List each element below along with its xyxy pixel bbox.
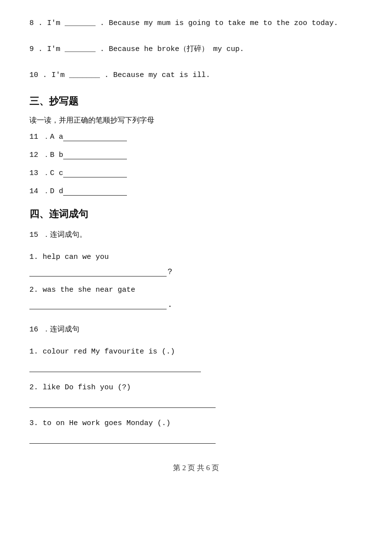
q16-s1-words: 1. colour red My favourite is (.) [29, 345, 363, 358]
copy-item-11: 11 ．A a [29, 132, 363, 141]
copy-13-label: 13 ．C c [29, 169, 63, 177]
copy-12-blank [63, 151, 127, 159]
copy-12-label: 12 ．B b [29, 151, 63, 159]
copy-14-blank [63, 187, 127, 196]
q16-s2-words: 2. like Do fish you (?) [29, 381, 363, 394]
section3-instruction: 读一读，并用正确的笔顺抄写下列字母 [29, 116, 363, 125]
q16-s3-blank [29, 435, 216, 444]
copy-item-13: 13 ．C c [29, 168, 363, 177]
copy-item-12: 12 ．B b [29, 150, 363, 159]
q9-text: 9 . I'm _______ . Because he broke（打碎） m… [29, 45, 244, 53]
q16-group: 16 ．连词成句 1. colour red My favourite is (… [29, 323, 363, 444]
copy-11-label: 11 ．A a [29, 133, 63, 141]
q15-s1-words: 1. help can we you [29, 251, 363, 264]
q16-s1-blank [29, 363, 201, 372]
section4-title: 四、连词成句 [29, 207, 363, 221]
q16-label: 16 ．连词成句 [29, 323, 363, 336]
q15-s2-words: 2. was the she near gate [29, 283, 363, 297]
copy-item-14: 14 ．D d [29, 186, 363, 196]
question-10: 10 . I'm _______ . Because my cat is ill… [29, 67, 363, 83]
q15-s2-punct: . [168, 301, 172, 309]
q15-s2-blank [29, 301, 167, 309]
q15-label: 15 ．连词成句。 [29, 228, 363, 242]
q15-group: 15 ．连词成句。 1. help can we you ? 2. was th… [29, 228, 363, 309]
q10-text: 10 . I'm _______ . Because my cat is ill… [29, 71, 210, 79]
question-9: 9 . I'm _______ . Because he broke（打碎） m… [29, 41, 363, 57]
page-footer: 第 2 页 共 6 页 [29, 463, 363, 473]
q16-s3-words: 3. to on He work goes Monday (.) [29, 417, 363, 430]
section3-title: 三、抄写题 [29, 95, 363, 108]
q15-s1-punct: ? [168, 268, 172, 277]
q16-s2-blank [29, 399, 216, 408]
question-8: 8 . I'm _______ . Because my mum is goin… [29, 15, 363, 31]
q15-s1-blank [29, 268, 167, 277]
copy-11-blank [63, 132, 127, 141]
copy-13-blank [63, 169, 127, 177]
q8-text: 8 . I'm _______ . Because my mum is goin… [29, 19, 338, 27]
copy-14-label: 14 ．D d [29, 187, 63, 196]
